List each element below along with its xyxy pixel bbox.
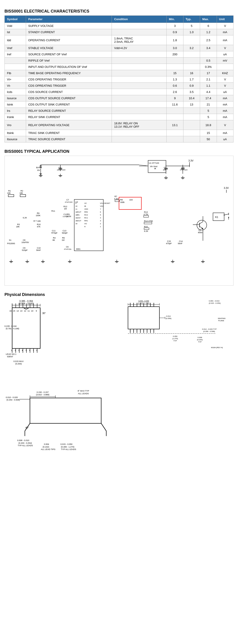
svg-text:VDD: VDD <box>84 208 88 210</box>
cell-condition <box>112 23 167 29</box>
svg-text:VC: VC <box>84 202 87 204</box>
cell-max: 2.1 <box>200 76 217 83</box>
cell-condition <box>112 58 167 64</box>
svg-line-145 <box>224 214 228 215</box>
svg-text:R12: R12 <box>64 206 67 208</box>
svg-text:2IN-: 2IN- <box>77 214 80 216</box>
svg-text:0.015 - 0.050: 0.015 - 0.050 <box>60 443 72 446</box>
cell-typ: 0.9 <box>183 83 200 89</box>
cell-symbol: Iref <box>5 51 26 58</box>
cell-symbol: Vdd <box>5 23 26 29</box>
cell-parameter: RELAY SINK CURRENT <box>26 114 112 120</box>
svg-text:6.2K: 6.2K <box>144 230 148 232</box>
col-symbol: Symbol <box>5 16 26 23</box>
table-row: VrefSTABLE VOLTAGEVdd>4.2V3.03.23.4V <box>5 45 233 51</box>
svg-text:1OUT: 1OUT <box>77 220 81 222</box>
svg-text:PLANE: PLANE <box>218 320 224 322</box>
svg-text:TYP ALL LEADS: TYP ALL LEADS <box>61 448 76 450</box>
cell-symbol: Idd <box>5 36 26 45</box>
svg-rect-43 <box>20 194 26 197</box>
cell-parameter: TRIAC SINK CURRENT <box>26 130 112 136</box>
cell-max: 0.5 <box>200 58 217 64</box>
cell-condition <box>112 102 167 108</box>
cell-condition <box>112 29 167 36</box>
electrical-section: BISS0001 ELECTRICAL CHARACTERISTICS Symb… <box>5 9 233 142</box>
svg-text:0.014 - 0.020 TYP: 0.014 - 0.020 TYP <box>202 328 217 330</box>
cell-unit: V <box>217 23 233 29</box>
cell-unit: mA <box>217 95 233 102</box>
svg-text:C6: C6 <box>66 246 68 248</box>
application-title: BISS0001 TYPICAL APPLICATION <box>5 149 233 154</box>
cell-min: 13.1 <box>167 120 183 130</box>
svg-text:4.7M: 4.7M <box>144 213 148 216</box>
svg-text:6V: 6V <box>37 169 40 171</box>
svg-text:(0.254 - 0.508): (0.254 - 0.508) <box>7 399 20 401</box>
svg-text:6: 6 <box>100 211 101 213</box>
svg-text:3: 3 <box>100 220 101 222</box>
svg-text:C14: C14 <box>179 240 183 242</box>
cell-min: 15 <box>167 70 183 76</box>
svg-text:18K: 18K <box>20 192 23 194</box>
cell-typ <box>183 51 200 58</box>
cell-unit: V <box>217 45 233 51</box>
svg-rect-143 <box>213 213 224 221</box>
svg-text:6.2K: 6.2K <box>23 216 27 219</box>
cell-condition <box>112 130 167 136</box>
svg-rect-40 <box>8 194 14 197</box>
physical-section: Physical Dimensions 0.385 - 0.394 (9.804… <box>5 292 233 455</box>
svg-text:C7: C7 <box>66 199 69 201</box>
cell-parameter: INPUT AND OUTPUT REGULATION OF Vref <box>26 64 112 70</box>
cell-max: 5 <box>200 114 217 120</box>
svg-text:R2: R2 <box>21 190 23 192</box>
cell-condition <box>112 76 167 83</box>
svg-text:C11: C11 <box>52 230 55 232</box>
svg-text:R7: R7 <box>114 195 117 198</box>
cell-max: 18.8 <box>200 120 217 130</box>
cell-max: 17.4 <box>200 95 217 102</box>
cell-symbol: Vt- <box>5 83 26 89</box>
svg-text:12: 12 <box>24 310 26 312</box>
cell-min: 2.6 <box>167 89 183 95</box>
cell-parameter: OPERATING CURRENT <box>26 36 112 45</box>
svg-text:56nF: 56nF <box>178 242 183 244</box>
svg-text:ALL LEADS: ALL LEADS <box>78 392 89 395</box>
svg-text:2OUT: 2OUT <box>77 211 81 213</box>
cell-unit: mA <box>217 114 233 120</box>
cell-min: 11.6 <box>167 102 183 108</box>
svg-text:(0.102 - 0.254): (0.102 - 0.254) <box>209 302 221 304</box>
svg-text:VO: VO <box>84 223 87 225</box>
table-row: IrsinkRELAY SINK CURRENT5mA <box>5 114 233 120</box>
cell-unit <box>217 64 233 70</box>
svg-text:563pF: 563pF <box>62 232 68 234</box>
svg-text:30°: 30° <box>42 312 46 314</box>
cell-parameter: STABLE VOLTAGE <box>26 45 112 51</box>
cell-unit: mA <box>217 108 233 114</box>
svg-text:C15: C15 <box>167 240 171 242</box>
svg-text:R9: R9 <box>37 212 39 214</box>
cell-min: 200 <box>167 51 183 58</box>
svg-text:510pF: 510pF <box>22 249 28 251</box>
svg-text:13: 13 <box>20 310 22 312</box>
cell-max: 1.2 <box>200 29 217 36</box>
cell-max: 2.5 <box>200 36 217 45</box>
cell-parameter: RELAY OPERATING VOLTAGE <box>26 120 112 130</box>
cell-symbol: Vro <box>5 120 26 130</box>
svg-rect-84 <box>115 200 120 202</box>
svg-text:104: 104 <box>129 199 133 201</box>
cell-typ <box>183 130 200 136</box>
cell-unit: uA <box>217 136 233 142</box>
svg-text:S1: S1 <box>9 239 12 241</box>
cell-parameter: CDS OUTPUT SINK CURRENT <box>26 102 112 108</box>
svg-text:LEAD NO.1: LEAD NO.1 <box>6 353 16 355</box>
svg-text:R10: R10 <box>37 223 40 226</box>
cell-typ <box>183 64 200 70</box>
cell-condition: 1.8mA, TRIAC2.5mA, RELAY <box>112 36 167 45</box>
table-row: IddOPERATING CURRENT1.8mA, TRIAC2.5mA, R… <box>5 36 233 45</box>
table-row: IrsRELAY SOURCE CURRENT5mA <box>5 108 233 114</box>
svg-text:10K: 10K <box>7 192 11 194</box>
cell-typ: 1.0 <box>183 29 200 36</box>
cell-condition: Vdd>4.2V <box>112 45 167 51</box>
svg-text:5: 5 <box>100 214 101 216</box>
cell-condition: 18.8V: RELAY ON13.1V: RELAY OFF <box>112 120 167 130</box>
svg-text:56nF: 56nF <box>36 249 41 251</box>
